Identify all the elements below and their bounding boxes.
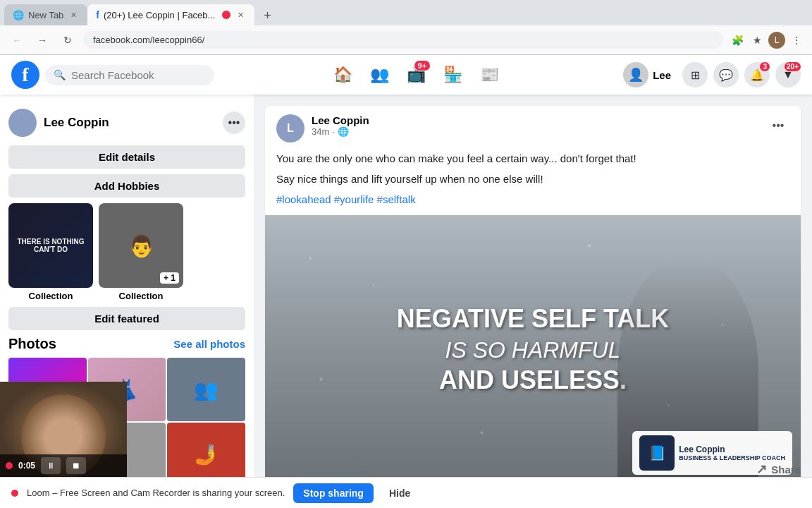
collection-item-2[interactable]: 👨 + 1 Collection xyxy=(99,203,183,301)
sidebar-more-button[interactable]: ••• xyxy=(223,111,245,134)
recording-indicator xyxy=(6,462,13,469)
post-paragraph-2: Say nice things and lift yourself up whe… xyxy=(276,171,789,186)
post-privacy-icon: 🌐 xyxy=(338,126,349,137)
add-hobbies-button[interactable]: Add Hobbies xyxy=(8,174,245,198)
photos-title: Photos xyxy=(8,336,56,352)
facebook-logo: f xyxy=(11,61,39,89)
share-icon: ↗ xyxy=(756,461,767,477)
edit-details-button[interactable]: Edit details xyxy=(8,145,245,169)
post-time: 34m xyxy=(312,126,329,137)
tab-close-fb[interactable]: ✕ xyxy=(235,9,246,20)
pause-button[interactable]: ⏸ xyxy=(41,457,61,474)
collections-section: THERE IS NOTHING CAN'T DO Collection 👨 +… xyxy=(8,203,245,301)
loom-message: Loom – Free Screen and Cam Recorder is s… xyxy=(27,488,285,498)
messenger-icon[interactable]: 💬 xyxy=(713,62,739,87)
search-input[interactable] xyxy=(71,69,206,81)
nav-marketplace[interactable]: 🏪 xyxy=(436,58,469,92)
post-text-1: You are the only one who can make you fe… xyxy=(265,151,801,215)
collection-item-1[interactable]: THERE IS NOTHING CAN'T DO Collection xyxy=(8,203,93,301)
tab-label-new: New Tab xyxy=(28,10,63,20)
back-button[interactable]: ← xyxy=(7,30,27,50)
post-paragraph-1: You are the only one who can make you fe… xyxy=(276,151,789,166)
plus-badge: + 1 xyxy=(160,272,179,284)
search-icon: 🔍 xyxy=(54,69,66,80)
post-author-avatar: L xyxy=(276,114,304,143)
tab-close-new[interactable]: ✕ xyxy=(68,9,79,20)
post-more-button[interactable]: ••• xyxy=(767,114,789,137)
watch-badge: 9+ xyxy=(414,61,431,71)
lc-logo: 📘 xyxy=(639,435,675,471)
tab-favicon-new: 🌐 xyxy=(13,10,24,20)
nav-watch[interactable]: 📺 9+ xyxy=(399,58,433,92)
collection-thumb-1: THERE IS NOTHING CAN'T DO xyxy=(8,203,93,288)
main-feed: L Lee Coppin 34m · 🌐 ••• You are the onl… xyxy=(254,95,812,508)
post-hashtags[interactable]: #lookahead #yourlife #selftalk xyxy=(276,192,789,207)
logo-subtitle: BUSINESS & LEADERSHIP COACH xyxy=(679,454,785,461)
nav-friends[interactable]: 👥 xyxy=(362,58,396,92)
collection-label-1: Collection xyxy=(29,291,73,301)
sidebar-profile-name: Lee Coppin xyxy=(44,116,109,130)
tab-new-tab[interactable]: 🌐 New Tab ✕ xyxy=(4,4,87,25)
forward-button[interactable]: → xyxy=(32,30,52,50)
sidebar-avatar xyxy=(8,109,37,137)
stop-button[interactable]: ⏹ xyxy=(66,457,86,474)
apps-icon[interactable]: ⊞ xyxy=(682,62,708,87)
collection-thumb-2: 👨 + 1 xyxy=(99,203,183,288)
reload-button[interactable]: ↻ xyxy=(58,30,78,50)
extensions-icon[interactable]: 🧩 xyxy=(729,32,746,49)
see-all-photos-link[interactable]: See all photos xyxy=(173,338,245,350)
loom-video-overlay: 0:05 ⏸ ⏹ xyxy=(0,382,127,477)
user-name: Lee xyxy=(653,69,671,81)
tab-label-fb: (20+) Lee Coppin | Faceb... xyxy=(104,10,215,20)
tab-indicator xyxy=(222,11,230,19)
new-tab-button[interactable]: + xyxy=(257,6,277,25)
post-image: ✦ ✦ ✦ ✦ ✦ ✦ ✦ NEGATIVE SELF TALK is so h… xyxy=(265,215,801,483)
collection-label-2: Collection xyxy=(119,291,164,301)
nav-home[interactable]: 🏠 xyxy=(326,58,359,92)
loom-bar: Loom – Free Screen and Cam Recorder is s… xyxy=(0,477,812,508)
video-controls: 0:05 ⏸ ⏹ xyxy=(0,454,127,477)
post-author-name[interactable]: Lee Coppin xyxy=(312,114,369,126)
post-card: L Lee Coppin 34m · 🌐 ••• You are the onl… xyxy=(265,106,801,483)
loom-rec-dot xyxy=(11,490,18,497)
hide-button[interactable]: Hide xyxy=(382,483,417,503)
tab-favicon-fb: f xyxy=(96,9,99,20)
photo-3[interactable]: 👥 xyxy=(167,358,245,421)
user-profile-button[interactable]: 👤 Lee xyxy=(617,59,677,90)
profile-header: Lee Coppin ••• xyxy=(8,103,245,145)
bookmark-icon[interactable]: ★ xyxy=(749,32,765,49)
facebook-navbar: f 🔍 🏠 👥 📺 9+ 🏪 📰 👤 Lee ⊞ 💬 🔔 3 ▼ xyxy=(0,55,812,95)
post-meta: 34m · 🌐 xyxy=(312,126,369,137)
stop-sharing-button[interactable]: Stop sharing xyxy=(293,483,374,503)
edit-featured-button[interactable]: Edit featured xyxy=(8,307,245,330)
post-dot: · xyxy=(332,126,335,137)
notifications-icon[interactable]: 🔔 3 xyxy=(744,62,770,87)
account-menu[interactable]: ▼ 20+ xyxy=(775,62,801,87)
menu-icon[interactable]: ⋮ xyxy=(788,32,805,49)
nav-feed[interactable]: 📰 xyxy=(472,58,506,92)
search-bar[interactable]: 🔍 xyxy=(45,65,214,85)
menu-badge: 20+ xyxy=(785,62,801,71)
recording-time: 0:05 xyxy=(18,461,35,471)
notif-badge: 3 xyxy=(760,62,770,71)
share-button[interactable]: ↗ Share xyxy=(756,461,801,477)
tab-facebook[interactable]: f (20+) Lee Coppin | Faceb... ✕ xyxy=(87,4,254,25)
share-label: Share xyxy=(771,464,801,476)
address-bar[interactable] xyxy=(83,31,723,49)
profile-icon[interactable]: L xyxy=(768,32,785,49)
user-avatar: 👤 xyxy=(623,62,648,87)
logo-name: Lee Coppin xyxy=(679,445,785,454)
